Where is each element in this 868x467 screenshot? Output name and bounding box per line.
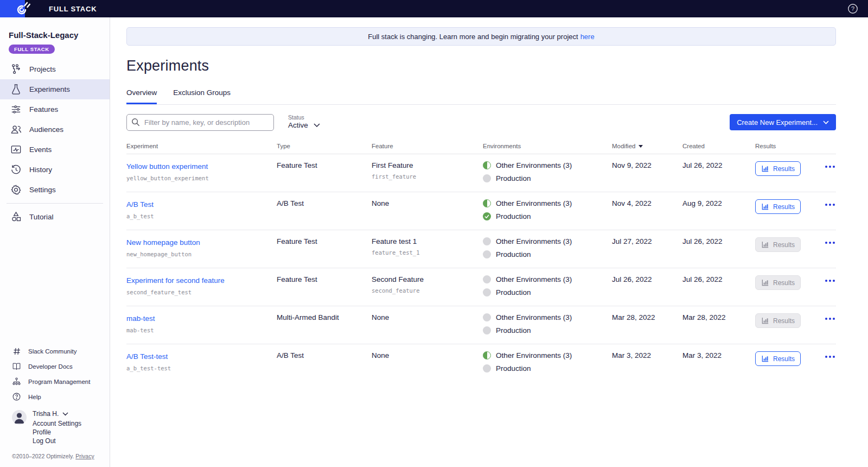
environment-status: Other Environments (3) [483,237,612,245]
environment-status: Production [483,250,612,258]
experiment-link[interactable]: New homepage button [126,238,200,247]
environments-cell: Other Environments (3) Production [483,199,612,230]
optimizely-logo-mark [14,1,30,17]
table-header: ExperimentTypeFeatureEnvironmentsModifie… [126,143,836,154]
results-button: Results [755,237,801,252]
footer-link-label: Developer Docs [28,363,73,370]
status-dropdown[interactable]: Status Active [288,114,320,129]
experiment-key: new_homepage_button [126,251,277,257]
sidebar-item-label: Tutorial [29,213,54,221]
sidebar-item-audiences[interactable]: Audiences [0,119,110,140]
sidebar-item-features[interactable]: Features [0,99,110,119]
chevron-down-icon [823,121,829,124]
sidebar-item-label: Events [29,146,52,154]
env-status-off-icon [483,364,491,373]
user-menu[interactable]: Trisha H. [33,410,81,418]
row-more-menu[interactable] [816,242,836,268]
experiments-table: Yellow button experiment yellow_button_e… [126,154,838,382]
env-status-off-icon [483,174,491,182]
create-new-experiment-button[interactable]: Create New Experiment... [730,114,836,130]
sidebar-item-label: Audiences [29,125,63,134]
row-more-menu[interactable] [816,204,836,230]
feature-name: Feature test 1 [372,237,483,245]
results-cell: Results [755,275,816,306]
experiment-cell: New homepage button new_homepage_button [126,237,277,268]
table-row: Experiment for second feature second_fea… [126,268,836,306]
avatar[interactable] [12,410,27,425]
migration-banner: Full stack is changing. Learn more and b… [126,27,836,46]
env-status-off-icon [483,275,491,283]
user-link-account-settings[interactable]: Account Settings [33,419,81,428]
create-button-label: Create New Experiment... [737,118,818,127]
experiment-link[interactable]: A/B Test [126,200,154,209]
type-cell: Feature Test [277,275,372,306]
env-status-partial-icon [483,161,491,169]
experiment-link[interactable]: mab-test [126,314,155,323]
created-cell: Aug 9, 2022 [682,199,755,230]
table-row: A/B Test a_b_test A/B Test None Other En… [126,192,836,230]
experiment-link[interactable]: A/B Test-test [126,352,168,361]
modified-cell: Mar 3, 2022 [612,351,682,382]
experiment-link[interactable]: Experiment for second feature [126,276,225,285]
type-cell: Feature Test [277,161,372,192]
projects-icon [9,63,22,76]
column-header-modified[interactable]: Modified [612,143,682,149]
results-button[interactable]: Results [755,161,801,176]
tab-exclusion-groups[interactable]: Exclusion Groups [173,89,231,104]
created-cell: Mar 28, 2022 [682,313,755,344]
feature-name: None [372,199,483,207]
column-header-type[interactable]: Type [277,143,372,149]
footer-link-program-management[interactable]: Program Management [12,377,110,386]
copyright: ©2010–2022 Optimizely. Privacy [12,453,110,459]
environments-cell: Other Environments (3) Production [483,313,612,344]
column-header-experiment[interactable]: Experiment [126,143,277,149]
sidebar-nav: ProjectsExperimentsFeaturesAudiencesEven… [0,59,110,227]
results-button[interactable]: Results [755,199,801,214]
column-header-results[interactable]: Results [755,143,816,149]
modified-cell: Nov 9, 2022 [612,161,682,192]
footer-link-label: Slack Community [28,348,76,355]
sidebar-divider [7,203,103,204]
chevron-down-icon [62,412,68,416]
sidebar-item-experiments[interactable]: Experiments [0,79,110,99]
privacy-link[interactable]: Privacy [75,453,94,459]
tab-overview[interactable]: Overview [126,89,157,104]
sidebar-item-label: Features [29,105,58,113]
sidebar-item-history[interactable]: History [0,160,110,180]
environment-status: Production [483,212,612,220]
filter-search [126,114,274,131]
filter-input[interactable] [126,114,274,131]
environments-cell: Other Environments (3) Production [483,161,612,192]
help-icon[interactable]: ? [847,3,858,14]
environment-status: Other Environments (3) [483,351,612,359]
toolbar: Status Active Create New Experiment... [126,114,836,131]
footer-link-help[interactable]: Help [12,392,110,401]
sidebar-item-events[interactable]: Events [0,140,110,160]
row-more-menu[interactable] [816,166,836,192]
status-value: Active [288,121,308,129]
user-link-log-out[interactable]: Log Out [33,437,81,445]
row-more-menu[interactable] [816,356,836,382]
sidebar-item-label: History [29,166,52,174]
row-more-menu[interactable] [816,280,836,306]
sidebar-item-settings[interactable]: Settings [0,180,110,200]
footer-link-developer-docs[interactable]: Developer Docs [12,362,110,371]
banner-here-link[interactable]: here [580,33,595,41]
footer-link-label: Program Management [28,378,90,385]
experiment-link[interactable]: Yellow button experiment [126,162,208,171]
experiment-cell: Yellow button experiment yellow_button_e… [126,161,277,192]
results-button[interactable]: Results [755,351,801,366]
sidebar-item-projects[interactable]: Projects [0,59,110,79]
created-cell: Jul 26, 2022 [682,237,755,268]
column-header-environments[interactable]: Environments [483,143,612,149]
feature-name: First Feature [372,161,483,169]
modified-cell: Nov 4, 2022 [612,199,682,230]
user-link-profile[interactable]: Profile [33,428,81,437]
row-more-menu[interactable] [816,318,836,344]
hash-icon [12,346,21,356]
column-header-created[interactable]: Created [682,143,755,149]
footer-link-slack-community[interactable]: Slack Community [12,346,110,356]
sidebar-item-tutorial[interactable]: Tutorial [0,207,110,227]
project-name: Full-Stack-Legacy [0,17,110,40]
column-header-feature[interactable]: Feature [372,143,483,149]
